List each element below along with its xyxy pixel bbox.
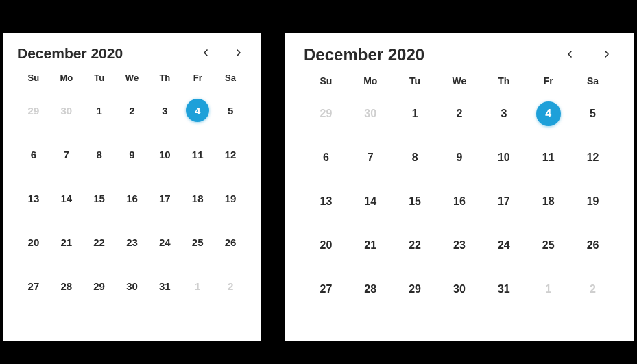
day-cell[interactable]: 20 xyxy=(17,220,50,264)
day-cell[interactable]: 11 xyxy=(526,136,570,180)
day-cell[interactable]: 28 xyxy=(50,264,83,308)
day-number: 31 xyxy=(492,278,516,301)
day-cell[interactable]: 21 xyxy=(50,220,83,264)
day-cell[interactable]: 22 xyxy=(83,220,116,264)
day-cell[interactable]: 16 xyxy=(437,180,482,223)
day-cell[interactable]: 23 xyxy=(116,220,149,264)
day-cell[interactable]: 23 xyxy=(437,223,482,267)
day-cell[interactable]: 10 xyxy=(148,132,181,176)
day-cell[interactable]: 25 xyxy=(181,220,214,264)
chevron-right-icon xyxy=(233,47,244,60)
day-cell[interactable]: 29 xyxy=(83,264,116,308)
day-cell[interactable]: 21 xyxy=(348,223,393,267)
day-cell[interactable]: 1 xyxy=(181,264,214,308)
day-cell[interactable]: 31 xyxy=(481,267,526,311)
prev-month-button[interactable] xyxy=(197,45,214,62)
day-cell[interactable]: 7 xyxy=(50,132,83,176)
day-cell[interactable]: 6 xyxy=(304,136,348,180)
next-month-button[interactable] xyxy=(230,45,247,62)
day-cell[interactable]: 3 xyxy=(481,92,526,136)
day-cell[interactable]: 15 xyxy=(83,176,116,220)
day-number: 8 xyxy=(88,143,111,166)
day-cell[interactable]: 5 xyxy=(570,92,615,136)
dow-label: Tu xyxy=(393,69,437,92)
day-cell[interactable]: 29 xyxy=(393,267,437,311)
day-cell[interactable]: 5 xyxy=(214,88,247,132)
day-cell[interactable]: 11 xyxy=(181,132,214,176)
calendar-header: December 2020 xyxy=(17,45,247,62)
day-cell[interactable]: 2 xyxy=(214,264,247,308)
day-cell[interactable]: 30 xyxy=(437,267,482,311)
day-cell[interactable]: 1 xyxy=(393,92,437,136)
day-cell[interactable]: 14 xyxy=(50,176,83,220)
day-cell[interactable]: 29 xyxy=(17,88,50,132)
day-cell[interactable]: 1 xyxy=(83,88,116,132)
chevron-right-icon xyxy=(601,49,612,62)
day-cell[interactable]: 31 xyxy=(148,264,181,308)
day-cell[interactable]: 19 xyxy=(570,180,615,223)
day-cell[interactable]: 1 xyxy=(526,267,570,311)
day-cell[interactable]: 9 xyxy=(437,136,482,180)
day-cell[interactable]: 27 xyxy=(17,264,50,308)
dow-label: Mo xyxy=(348,69,393,92)
day-cell[interactable]: 30 xyxy=(348,92,393,136)
day-cell[interactable]: 4 xyxy=(181,88,214,132)
day-cell[interactable]: 2 xyxy=(570,267,615,311)
day-cell[interactable]: 26 xyxy=(214,220,247,264)
dow-label: Tu xyxy=(83,66,116,88)
dow-label: We xyxy=(116,66,149,88)
day-cell[interactable]: 9 xyxy=(116,132,149,176)
day-cell[interactable]: 17 xyxy=(481,180,526,223)
day-number: 17 xyxy=(492,190,516,213)
day-number: 2 xyxy=(120,99,143,122)
day-cell[interactable]: 18 xyxy=(181,176,214,220)
day-cell[interactable]: 4 xyxy=(526,92,570,136)
day-cell[interactable]: 7 xyxy=(348,136,393,180)
day-cell[interactable]: 8 xyxy=(393,136,437,180)
dow-label: Fr xyxy=(181,66,214,88)
day-cell[interactable]: 6 xyxy=(17,132,50,176)
day-cell[interactable]: 15 xyxy=(393,180,437,223)
day-cell[interactable]: 19 xyxy=(214,176,247,220)
day-cell[interactable]: 26 xyxy=(570,223,615,267)
dow-label: Su xyxy=(17,66,50,88)
next-month-button[interactable] xyxy=(599,47,615,63)
day-cell[interactable]: 30 xyxy=(50,88,83,132)
day-number: 24 xyxy=(492,234,516,257)
day-cell[interactable]: 25 xyxy=(526,223,570,267)
day-number: 30 xyxy=(359,102,382,125)
day-cell[interactable]: 8 xyxy=(83,132,116,176)
day-number: 27 xyxy=(314,278,337,301)
day-cell[interactable]: 20 xyxy=(304,223,348,267)
day-cell[interactable]: 17 xyxy=(148,176,181,220)
calendar-days-grid: 2930123456789101112131415161718192021222… xyxy=(17,88,247,308)
day-cell[interactable]: 3 xyxy=(148,88,181,132)
day-cell[interactable]: 2 xyxy=(437,92,482,136)
day-cell[interactable]: 28 xyxy=(348,267,393,311)
day-cell[interactable]: 18 xyxy=(526,180,570,223)
day-number: 5 xyxy=(581,102,605,125)
day-cell[interactable]: 29 xyxy=(304,92,348,136)
day-cell[interactable]: 14 xyxy=(348,180,393,223)
day-cell[interactable]: 13 xyxy=(17,176,50,220)
day-cell[interactable]: 24 xyxy=(148,220,181,264)
day-cell[interactable]: 12 xyxy=(214,132,247,176)
day-number: 29 xyxy=(22,99,45,122)
day-cell[interactable]: 24 xyxy=(481,223,526,267)
day-number: 16 xyxy=(120,186,143,210)
prev-month-button[interactable] xyxy=(562,47,578,63)
day-number: 2 xyxy=(581,278,605,301)
day-cell[interactable]: 12 xyxy=(570,136,615,180)
day-number: 11 xyxy=(186,143,209,166)
day-number: 6 xyxy=(314,146,337,169)
day-cell[interactable]: 27 xyxy=(304,267,348,311)
day-cell[interactable]: 13 xyxy=(304,180,348,223)
day-number: 4 xyxy=(186,99,209,122)
day-cell[interactable]: 10 xyxy=(481,136,526,180)
day-cell[interactable]: 2 xyxy=(116,88,149,132)
day-cell[interactable]: 22 xyxy=(393,223,437,267)
day-cell[interactable]: 16 xyxy=(116,176,149,220)
day-cell[interactable]: 30 xyxy=(116,264,149,308)
day-number: 18 xyxy=(537,190,560,213)
chevron-left-icon xyxy=(564,49,575,62)
